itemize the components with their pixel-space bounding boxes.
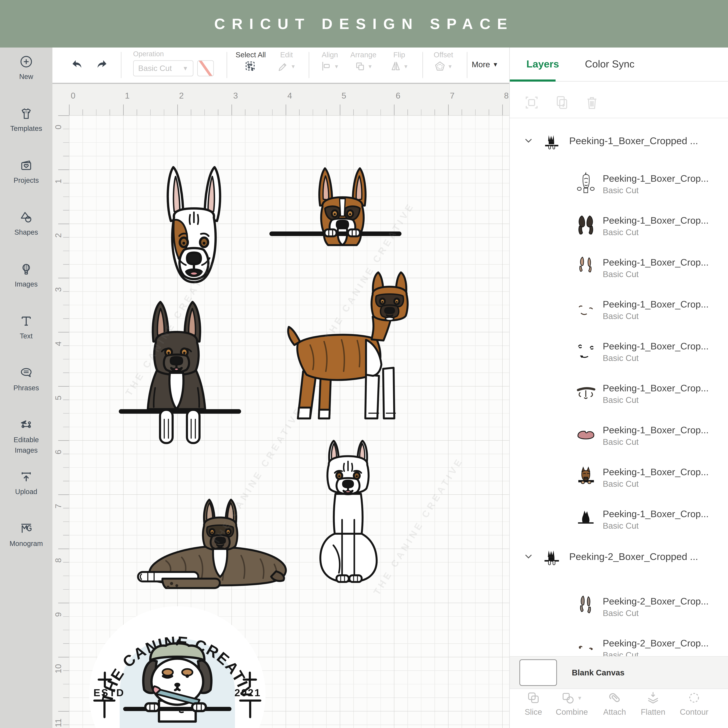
app-banner: CRICUT DESIGN SPACE xyxy=(0,0,728,47)
layer-thumbnail xyxy=(541,546,562,567)
layer-thumbnail xyxy=(574,213,597,239)
layer-row[interactable]: Peeking-1_Boxer_Crop...Basic Cut xyxy=(510,163,728,205)
flatten-icon xyxy=(646,691,660,705)
align-icon xyxy=(321,60,332,73)
layer-thumbnail xyxy=(574,506,597,532)
chevron-down-icon: ▼ xyxy=(334,64,339,70)
operation-group: Operation Basic Cut ▼ xyxy=(133,50,214,76)
sidebar-item-phrases[interactable]: Phrases xyxy=(0,367,52,418)
layer-row[interactable]: Peeking-1_Boxer_Crop...Basic Cut xyxy=(510,373,728,414)
toolbar-divider xyxy=(422,52,423,78)
group-icon[interactable] xyxy=(524,95,540,111)
toolbar-divider xyxy=(309,52,309,78)
layer-thumbnail xyxy=(574,636,597,656)
sidebar-item-editable-images[interactable]: Editable Images xyxy=(0,418,52,470)
slice-button[interactable]: Slice xyxy=(518,691,549,717)
layer-row[interactable]: Peeking-1_Boxer_Crop...Basic Cut xyxy=(510,456,728,499)
sidebar-item-monogram[interactable]: Monogram xyxy=(0,522,52,574)
panel-tabs: Layers Color Sync xyxy=(510,47,728,82)
contour-button[interactable]: Contour xyxy=(676,691,713,717)
blank-canvas-row[interactable]: Blank Canvas xyxy=(510,656,728,689)
combine-button[interactable]: ▼ Combine xyxy=(552,691,592,717)
chevron-down-icon[interactable] xyxy=(524,136,536,146)
dog-white-boxer-head[interactable] xyxy=(157,160,231,289)
arrange-button[interactable]: Arrange ▼ xyxy=(348,50,379,73)
select-all-icon xyxy=(245,60,257,73)
active-tab-underline xyxy=(510,80,555,82)
layer-row[interactable]: Peeking-1_Boxer_Crop...Basic Cut xyxy=(510,414,728,456)
panel-bottom-toolbar: Slice ▼ Combine Attach Flatten Contour xyxy=(510,689,728,728)
edit-button[interactable]: Edit ▼ xyxy=(271,50,302,73)
chevron-down-icon: ▼ xyxy=(403,64,408,70)
offset-button[interactable]: Offset ▼ xyxy=(428,50,459,73)
toolbar-divider xyxy=(121,52,121,78)
layer-row[interactable]: Peeking-1_Boxer_Crop...Basic Cut xyxy=(510,289,728,331)
sidebar-item-text[interactable]: Text xyxy=(0,315,52,367)
layer-thumbnail xyxy=(574,171,597,197)
new-icon xyxy=(20,55,33,68)
sidebar-item-upload[interactable]: Upload xyxy=(0,470,52,522)
dog-fawn-peeking[interactable] xyxy=(267,162,404,247)
layer-row[interactable]: Peeking-1_Boxer_Crop...Basic Cut xyxy=(510,499,728,540)
sidebar-item-shapes[interactable]: Shapes xyxy=(0,211,52,263)
delete-icon[interactable] xyxy=(584,95,600,111)
slice-icon xyxy=(526,691,540,705)
dog-fawn-standing[interactable] xyxy=(268,270,412,426)
tshirt-icon xyxy=(20,107,33,120)
canine-creative-logo: THE CANINE CREATIVE ESTD 2021 xyxy=(84,603,271,728)
align-button[interactable]: Align ▼ xyxy=(314,50,346,73)
sidebar-item-new[interactable]: New xyxy=(0,55,52,107)
sidebar-item-templates[interactable]: Templates xyxy=(0,107,52,159)
layer-thumbnail xyxy=(541,130,562,151)
horizontal-ruler: 0 1 2 3 4 5 6 7 8 xyxy=(69,84,509,115)
canvas-grid[interactable]: THE CANINE CREATIVE THE CANINE CREATIVE … xyxy=(69,115,509,728)
tab-color-sync[interactable]: Color Sync xyxy=(585,58,635,70)
layer-thumbnail xyxy=(574,464,597,491)
arrange-icon xyxy=(354,60,366,73)
layer-row[interactable]: Peeking-1_Boxer_Crop...Basic Cut xyxy=(510,331,728,373)
watermark-text: THE CANINE CREATIVE xyxy=(371,455,465,597)
chevron-down-icon: ▼ xyxy=(367,64,373,70)
attach-button[interactable]: Attach xyxy=(599,691,630,717)
canvas-area[interactable]: 0 1 2 3 4 5 6 7 8 0 1 2 3 4 5 6 7 8 9 10… xyxy=(52,84,509,728)
layers-panel: Layers Color Sync Peeking-1_Boxer_Croppe… xyxy=(509,47,728,728)
layer-row[interactable]: Peeking-2_Boxer_Crop...Basic Cut xyxy=(510,628,728,656)
speech-bubble-icon xyxy=(20,367,33,379)
attach-icon xyxy=(608,691,622,705)
layer-row[interactable]: Peeking-1_Boxer_Crop...Basic Cut xyxy=(510,205,728,247)
layer-thumbnail xyxy=(574,422,597,449)
logo-estd: ESTD xyxy=(93,687,125,698)
layer-group-row[interactable]: Peeking-2_Boxer_Cropped ... xyxy=(510,536,728,577)
chevron-down-icon: ▼ xyxy=(492,61,499,68)
redo-button[interactable] xyxy=(96,58,111,73)
flip-button[interactable]: Flip ▼ xyxy=(385,50,413,73)
sidebar-item-images[interactable]: Images xyxy=(0,263,52,315)
layer-row[interactable]: Peeking-1_Boxer_Crop...Basic Cut xyxy=(510,247,728,289)
monogram-icon xyxy=(20,522,33,535)
dog-brindle-lying[interactable] xyxy=(122,498,299,590)
project-card-icon xyxy=(20,159,33,172)
layer-row[interactable]: Peeking-2_Boxer_Crop...Basic Cut xyxy=(510,586,728,628)
more-button[interactable]: More ▼ xyxy=(472,60,498,69)
chevron-down-icon: ▼ xyxy=(577,695,582,701)
offset-icon xyxy=(434,60,446,73)
undo-button[interactable] xyxy=(68,58,83,73)
toolbar-divider xyxy=(467,52,467,78)
upload-icon xyxy=(20,470,33,483)
layer-thumbnail xyxy=(574,255,597,281)
tab-layers[interactable]: Layers xyxy=(526,58,559,70)
operation-dropdown[interactable]: Basic Cut ▼ xyxy=(133,60,193,76)
chevron-down-icon[interactable] xyxy=(524,551,536,561)
flatten-button[interactable]: Flatten xyxy=(636,691,670,717)
duplicate-icon[interactable] xyxy=(554,95,570,111)
text-icon xyxy=(20,315,33,327)
banner-title: CRICUT DESIGN SPACE xyxy=(214,15,514,32)
layer-group-row[interactable]: Peeking-1_Boxer_Cropped ... xyxy=(510,121,728,161)
select-all-button[interactable]: Select All xyxy=(232,50,269,73)
layer-actions xyxy=(510,90,728,118)
layer-thumbnail xyxy=(574,593,597,620)
sidebar-item-projects[interactable]: Projects xyxy=(0,159,52,211)
color-swatch[interactable] xyxy=(197,60,214,76)
blank-canvas-swatch xyxy=(519,659,557,686)
dog-white-sitting[interactable] xyxy=(313,439,384,588)
